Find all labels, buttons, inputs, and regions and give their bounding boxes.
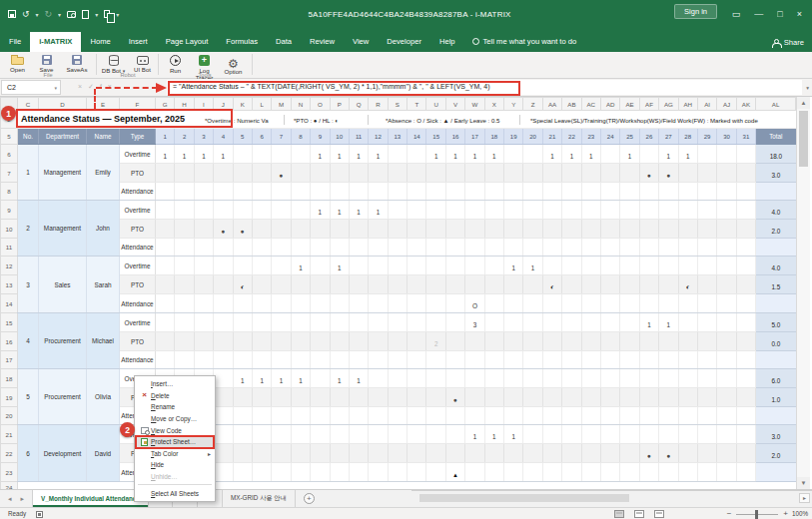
day-cell[interactable] bbox=[639, 201, 658, 220]
day-cell[interactable] bbox=[523, 239, 542, 257]
day-cell[interactable] bbox=[349, 164, 368, 183]
day-cell[interactable] bbox=[252, 351, 271, 369]
day-cell[interactable] bbox=[407, 444, 426, 463]
day-cell[interactable]: 1 bbox=[291, 257, 310, 275]
day-cell[interactable] bbox=[407, 388, 426, 407]
day-cell[interactable] bbox=[620, 407, 639, 425]
row-header[interactable]: 5 bbox=[1, 129, 18, 145]
row-header[interactable]: 15 bbox=[1, 313, 18, 332]
day-cell[interactable] bbox=[214, 425, 233, 444]
day-cell[interactable] bbox=[717, 444, 736, 463]
day-cell[interactable] bbox=[678, 407, 697, 425]
total-cell[interactable]: 4.0 bbox=[756, 201, 796, 220]
column-header[interactable]: O bbox=[311, 98, 330, 111]
day-cell[interactable] bbox=[291, 463, 310, 482]
day-cell[interactable]: 1 bbox=[562, 145, 581, 164]
row-header[interactable]: 11 bbox=[1, 239, 18, 257]
day-cell[interactable] bbox=[156, 183, 175, 201]
day-cell[interactable] bbox=[233, 164, 252, 183]
tab-view[interactable]: View bbox=[344, 32, 378, 52]
day-cell[interactable] bbox=[311, 313, 330, 332]
day-cell[interactable] bbox=[562, 164, 581, 183]
day-cell[interactable] bbox=[291, 351, 310, 369]
column-header[interactable]: U bbox=[426, 98, 445, 111]
row-type[interactable]: PTO bbox=[120, 220, 156, 239]
day-cell[interactable] bbox=[156, 164, 175, 183]
day-cell[interactable] bbox=[330, 425, 349, 444]
day-cell[interactable] bbox=[369, 425, 388, 444]
day-cell[interactable] bbox=[620, 313, 639, 332]
day-cell[interactable] bbox=[639, 463, 658, 482]
day-cell[interactable] bbox=[504, 332, 523, 351]
row-type[interactable]: Attendance bbox=[120, 183, 156, 201]
row-type[interactable]: PTO bbox=[120, 275, 156, 294]
column-header[interactable]: S bbox=[388, 98, 406, 111]
day-cell[interactable] bbox=[736, 201, 755, 220]
day-cell[interactable] bbox=[620, 201, 639, 220]
day-cell[interactable] bbox=[272, 220, 291, 239]
day-cell[interactable] bbox=[252, 220, 271, 239]
day-cell[interactable] bbox=[600, 164, 619, 183]
day-cell[interactable] bbox=[542, 239, 561, 257]
select-all-corner[interactable] bbox=[1, 98, 18, 111]
day-cell[interactable] bbox=[697, 220, 716, 239]
day-cell[interactable] bbox=[562, 275, 581, 294]
day-cell[interactable] bbox=[659, 388, 678, 407]
row-type[interactable]: Overtime bbox=[120, 313, 156, 332]
day-cell[interactable] bbox=[156, 275, 175, 294]
day-cell[interactable] bbox=[484, 183, 503, 201]
day-cell[interactable] bbox=[523, 164, 542, 183]
row-header[interactable]: 22 bbox=[1, 444, 18, 463]
total-cell[interactable]: 5.0 bbox=[756, 313, 796, 332]
day-cell[interactable] bbox=[369, 313, 388, 332]
day-cell[interactable] bbox=[272, 183, 291, 201]
day-cell[interactable]: 1 bbox=[233, 369, 252, 388]
day-cell[interactable] bbox=[330, 275, 349, 294]
day-cell[interactable] bbox=[388, 183, 406, 201]
zoom-level[interactable]: 100% bbox=[792, 510, 808, 517]
formula-bar-expand-icon[interactable]: ▾ bbox=[806, 85, 809, 91]
total-cell[interactable] bbox=[756, 351, 796, 369]
tab-developer[interactable]: Developer bbox=[378, 32, 430, 52]
day-cell[interactable] bbox=[272, 201, 291, 220]
day-cell[interactable] bbox=[252, 201, 271, 220]
row-header[interactable]: 23 bbox=[1, 463, 18, 482]
day-cell[interactable] bbox=[620, 183, 639, 201]
employee-number[interactable]: 6 bbox=[18, 425, 39, 482]
day-cell[interactable] bbox=[600, 351, 619, 369]
day-cell[interactable] bbox=[600, 388, 619, 407]
day-cell[interactable] bbox=[736, 257, 755, 275]
employee-number[interactable]: 5 bbox=[18, 369, 39, 425]
day-cell[interactable] bbox=[600, 313, 619, 332]
scroll-down-icon[interactable]: ▼ bbox=[797, 477, 810, 489]
day-cell[interactable] bbox=[717, 388, 736, 407]
column-header[interactable]: T bbox=[407, 98, 426, 111]
total-cell[interactable]: 6.0 bbox=[756, 369, 796, 388]
day-cell[interactable] bbox=[639, 239, 658, 257]
day-cell[interactable] bbox=[349, 294, 368, 313]
row-type[interactable]: PTO bbox=[120, 332, 156, 351]
day-cell[interactable] bbox=[369, 444, 388, 463]
day-cell[interactable]: 1 bbox=[272, 369, 291, 388]
day-cell[interactable] bbox=[736, 425, 755, 444]
day-cell[interactable] bbox=[717, 220, 736, 239]
column-header[interactable]: R bbox=[369, 98, 388, 111]
employee-department[interactable]: Procurement bbox=[39, 369, 87, 425]
day-cell[interactable] bbox=[311, 369, 330, 388]
day-cell[interactable] bbox=[600, 444, 619, 463]
day-cell[interactable] bbox=[678, 294, 697, 313]
vertical-scrollbar[interactable]: ▲ ▼ bbox=[796, 97, 810, 489]
day-cell[interactable] bbox=[736, 369, 755, 388]
day-cell[interactable] bbox=[620, 294, 639, 313]
day-cell[interactable] bbox=[252, 239, 271, 257]
zoom-slider[interactable] bbox=[736, 514, 778, 515]
day-cell[interactable] bbox=[426, 388, 445, 407]
day-cell[interactable] bbox=[620, 388, 639, 407]
paste-dropdown-icon[interactable]: ▾ bbox=[95, 11, 98, 18]
day-cell[interactable] bbox=[233, 239, 252, 257]
row-header[interactable]: 13 bbox=[1, 275, 18, 294]
day-cell[interactable] bbox=[233, 145, 252, 164]
day-cell[interactable] bbox=[542, 463, 561, 482]
menu-item-view-code[interactable]: View Code bbox=[135, 424, 215, 436]
day-cell[interactable] bbox=[600, 257, 619, 275]
